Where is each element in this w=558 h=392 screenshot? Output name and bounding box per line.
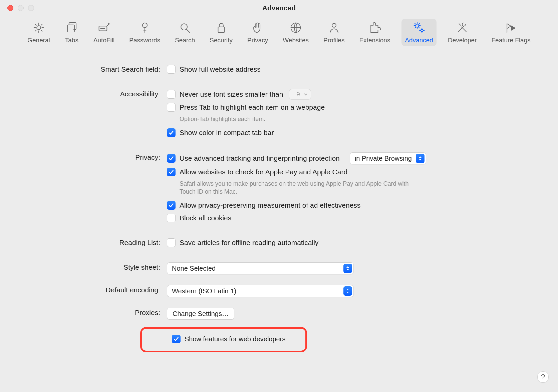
chevron-down-icon <box>303 93 309 96</box>
key-icon <box>138 21 152 35</box>
hand-icon <box>251 21 265 35</box>
row-smart-search: Smart Search field: Show full website ad… <box>13 64 545 74</box>
label-applepay: Allow websites to check for Apple Pay an… <box>180 167 347 177</box>
select-value: Western (ISO Latin 1) <box>172 286 240 296</box>
row-proxies: Proxies: Change Settings… <box>13 308 545 320</box>
zoom-window-button[interactable] <box>28 5 34 11</box>
toolbar-item-websites[interactable]: Websites <box>279 19 312 46</box>
label-smart-search: Smart Search field: <box>13 64 167 74</box>
label-press-tab: Press Tab to highlight each item on a we… <box>180 102 325 112</box>
select-value: None Selected <box>172 263 220 273</box>
label-default-encoding: Default encoding: <box>13 285 167 295</box>
label-proxies: Proxies: <box>13 308 167 318</box>
toolbar-label: Search <box>175 37 195 44</box>
toolbar-label: Tabs <box>65 37 78 44</box>
person-icon <box>327 21 341 35</box>
label-style-sheet: Style sheet: <box>13 262 167 272</box>
toolbar-label: Extensions <box>359 37 390 44</box>
select-value: in Private Browsing <box>355 153 416 163</box>
label-privacy: Privacy: <box>13 152 167 162</box>
label-tracking: Use advanced tracking and fingerprinting… <box>180 153 340 163</box>
checkbox-dev-features[interactable] <box>172 335 181 343</box>
help-button[interactable]: ? <box>537 371 549 383</box>
toolbar-label: Websites <box>283 37 309 44</box>
row-privacy: Privacy: Use advanced tracking and finge… <box>13 152 545 223</box>
minimize-window-button[interactable] <box>18 5 24 11</box>
tabs-icon <box>65 21 79 35</box>
svg-point-0 <box>37 26 41 30</box>
label-compact-color: Show color in compact tab bar <box>180 128 274 138</box>
row-style-sheet: Style sheet: None Selected <box>13 262 545 274</box>
preferences-toolbar: General Tabs AutoFill Passwords Search S… <box>0 16 558 51</box>
toolbar-item-feature-flags[interactable]: Feature Flags <box>488 19 534 46</box>
toolbar-label: Passwords <box>129 37 160 44</box>
label-ad-measure: Allow privacy-preserving measurement of … <box>180 200 360 210</box>
updown-arrows-icon <box>343 286 352 296</box>
checkbox-applepay[interactable] <box>167 168 176 176</box>
toolbar-label: General <box>27 37 50 44</box>
toolbar-item-general[interactable]: General <box>24 19 53 46</box>
change-proxy-settings-button[interactable]: Change Settings… <box>167 308 234 320</box>
page-title: Advanced <box>0 4 558 12</box>
helper-applepay: Safari allows you to make purchases on t… <box>180 180 420 196</box>
toolbar-item-security[interactable]: Security <box>206 19 236 46</box>
row-reading-list: Reading List: Save articles for offline … <box>13 238 545 248</box>
checkbox-press-tab[interactable] <box>167 103 176 112</box>
label-show-full-url: Show full website address <box>180 64 261 74</box>
checkbox-show-full-url[interactable] <box>167 65 176 74</box>
highlight-dev-features: Show features for web developers <box>140 327 307 352</box>
toolbar-item-profiles[interactable]: Profiles <box>320 19 348 46</box>
toolbar-item-autofill[interactable]: AutoFill <box>90 19 118 46</box>
stepper-min-font[interactable]: 9 <box>289 89 311 100</box>
toolbar-item-developer[interactable]: Developer <box>445 19 480 46</box>
flags-icon <box>504 21 518 35</box>
advanced-settings-content: Smart Search field: Show full website ad… <box>0 51 558 372</box>
select-style-sheet[interactable]: None Selected <box>167 262 354 274</box>
select-tracking-scope[interactable]: in Private Browsing <box>350 152 426 164</box>
toolbar-label: Security <box>210 37 233 44</box>
checkbox-offline-reading[interactable] <box>167 238 176 247</box>
label-min-font: Never use font sizes smaller than <box>180 89 283 99</box>
row-accessibility: Accessibility: Never use font sizes smal… <box>13 89 545 138</box>
puzzle-icon <box>368 21 382 35</box>
toolbar-item-advanced[interactable]: Advanced <box>401 19 437 46</box>
svg-rect-5 <box>218 27 224 33</box>
toolbar-item-privacy[interactable]: Privacy <box>244 19 271 46</box>
toolbar-item-extensions[interactable]: Extensions <box>356 19 393 46</box>
checkbox-block-cookies[interactable] <box>167 214 176 222</box>
toolbar-label: Feature Flags <box>492 37 531 44</box>
svg-point-7 <box>332 23 336 27</box>
toolbar-label: AutoFill <box>93 37 114 44</box>
search-icon <box>178 21 192 35</box>
updown-arrows-icon <box>416 154 425 163</box>
stepper-value: 9 <box>293 89 303 99</box>
helper-press-tab: Option-Tab highlights each item. <box>180 115 420 123</box>
toolbar-item-search[interactable]: Search <box>172 19 198 46</box>
window-controls <box>7 5 34 11</box>
gears-icon <box>412 21 426 35</box>
tools-icon <box>455 21 469 35</box>
label-accessibility: Accessibility: <box>13 89 167 99</box>
label-dev-features: Show features for web developers <box>185 335 285 343</box>
svg-point-8 <box>415 24 419 27</box>
checkbox-min-font[interactable] <box>167 90 176 99</box>
label-offline-reading: Save articles for offline reading automa… <box>180 238 318 248</box>
svg-rect-1 <box>67 25 74 32</box>
checkbox-ad-measure[interactable] <box>167 201 176 210</box>
toolbar-item-tabs[interactable]: Tabs <box>61 19 82 46</box>
lock-icon <box>214 21 228 35</box>
autofill-icon <box>97 21 111 35</box>
toolbar-label: Developer <box>448 37 477 44</box>
close-window-button[interactable] <box>7 5 13 11</box>
titlebar: Advanced <box>0 0 558 16</box>
checkbox-tracking[interactable] <box>167 154 176 163</box>
toolbar-label: Advanced <box>405 37 433 44</box>
updown-arrows-icon <box>343 264 352 273</box>
gear-icon <box>32 21 46 35</box>
select-default-encoding[interactable]: Western (ISO Latin 1) <box>167 285 354 297</box>
svg-point-9 <box>421 29 423 32</box>
checkbox-compact-color[interactable] <box>167 128 176 137</box>
toolbar-item-passwords[interactable]: Passwords <box>126 19 164 46</box>
toolbar-label: Privacy <box>247 37 268 44</box>
row-default-encoding: Default encoding: Western (ISO Latin 1) <box>13 285 545 297</box>
